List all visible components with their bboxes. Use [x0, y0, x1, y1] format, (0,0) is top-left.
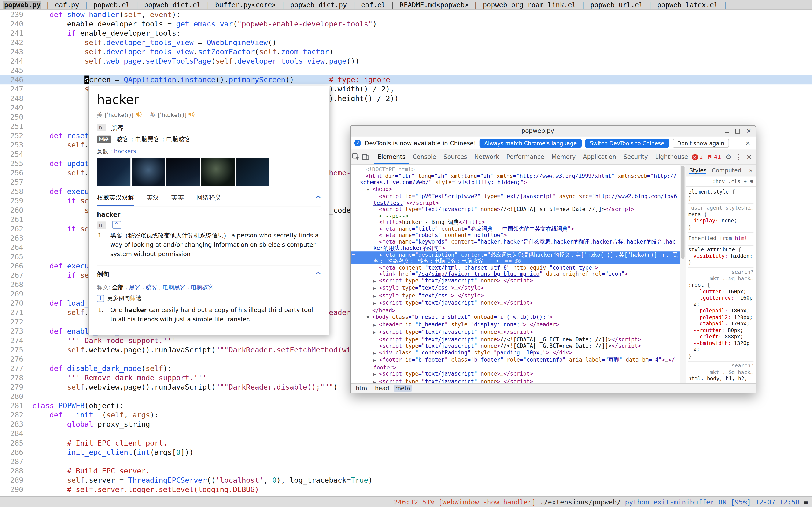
dict-tab[interactable]: 权威英汉双解: [97, 190, 134, 206]
scrollbar-thumb[interactable]: [681, 166, 684, 259]
stylesheet-origin-link[interactable]: search?mkt=..&q=hack…: [688, 363, 754, 376]
stylesheet-origin-link[interactable]: user agent styleshe…: [688, 205, 754, 212]
sense-filter-link[interactable]: 黑客: [129, 284, 140, 291]
tab-styles[interactable]: Styles: [689, 167, 707, 174]
code-line[interactable]: 287: [0, 457, 812, 466]
device-toolbar-icon[interactable]: [361, 153, 370, 161]
stylesheet-origin-link[interactable]: search?mkt=..&q=hack…: [688, 269, 754, 282]
buffer-tab[interactable]: eaf.py: [54, 1, 80, 9]
devtools-tree-node[interactable]: <title>hacker - Bing 词典</title>: [351, 219, 680, 225]
devtools-tab-sources[interactable]: Sources: [440, 150, 471, 164]
collapse-box-icon[interactable]: ^: [112, 221, 121, 229]
code-line[interactable]: 290 # self.server.logger.setLevel(loggin…: [0, 485, 812, 494]
collapse-section-icon[interactable]: ^: [315, 195, 322, 202]
devtools-tree-node[interactable]: <html dir="ltr" lang="zh" xml:lang="zh" …: [351, 173, 680, 185]
minimize-icon[interactable]: [725, 129, 729, 133]
css-property[interactable]: visibility: hidden;: [688, 253, 754, 260]
switch-to-chinese-button[interactable]: Switch DevTools to Chinese: [585, 138, 669, 148]
code-line[interactable]: 286 init_epc_client(int(args[0])): [0, 447, 812, 457]
buffer-tab[interactable]: popweb-dict.py: [289, 1, 348, 9]
devtools-tree-node[interactable]: ▶<header id="b_header" style="display: n…: [351, 321, 680, 329]
devtools-tree-node[interactable]: <!DOCTYPE html>: [351, 166, 680, 173]
code-line[interactable]: 242 self.developer_tools_view = QWebEngi…: [0, 38, 812, 47]
devtools-tab-performance[interactable]: Performance: [503, 150, 548, 164]
sense-filter-link[interactable]: 全部: [112, 284, 124, 291]
breadcrumb-html[interactable]: html: [354, 385, 371, 392]
expand-arrow-icon[interactable]: ▶: [373, 330, 379, 336]
sense-filter-link[interactable]: 电脑黑客: [163, 284, 186, 291]
expand-arrow-icon[interactable]: ▶: [373, 372, 379, 378]
buffer-tab[interactable]: popweb.el: [92, 1, 131, 9]
dict-tab[interactable]: 英汉: [147, 190, 159, 206]
css-property[interactable]: --polepadl2: 120px;: [688, 314, 754, 321]
devtools-tree-node[interactable]: <meta name="robots" content="nofollow">: [351, 232, 680, 238]
expand-arrow-icon[interactable]: ▼: [367, 186, 372, 193]
devtools-tab-console[interactable]: Console: [409, 150, 440, 164]
expand-arrow-icon[interactable]: ▶: [373, 293, 379, 299]
devtools-tree-node[interactable]: <meta name="title" content="必应词典 - 中国领先的…: [351, 225, 680, 232]
dict-image-thumbnail[interactable]: [166, 158, 200, 186]
breadcrumb-head[interactable]: head: [373, 385, 391, 392]
devtools-tree-node[interactable]: <script id="ipV6TestScriptwww2" type="te…: [351, 193, 680, 206]
devtools-tab-memory[interactable]: Memory: [548, 150, 579, 164]
devtools-tree-node[interactable]: <script type="text/javascript" nonce>//<…: [351, 206, 680, 213]
sense-filter-link[interactable]: 骇客: [146, 284, 157, 291]
expand-arrow-icon[interactable]: ▶: [373, 322, 379, 329]
collapse-section-icon[interactable]: ^: [315, 271, 322, 278]
buffer-tab[interactable]: README.md<popweb>: [399, 1, 470, 9]
styles-filter-chip[interactable]: +: [744, 178, 747, 184]
devtools-tree-node[interactable]: <link href="/sa/simg/favicon-trans-bg-bl…: [351, 271, 680, 277]
css-property[interactable]: --lgutter: 160px;: [688, 288, 754, 295]
devtools-tree-node[interactable]: ▼<body class="b_respl b_sbText" onload="…: [351, 314, 680, 321]
devtools-tree-node[interactable]: <meta content="text/html; charset=utf-8"…: [351, 264, 680, 271]
close-icon[interactable]: ×: [746, 128, 752, 134]
code-line[interactable]: 288 # Build EPC server.: [0, 466, 812, 475]
buffer-tab[interactable]: popweb-latex.el: [656, 1, 719, 9]
devtools-tab-lighthouse[interactable]: Lighthouse: [652, 150, 692, 164]
infobar-close-icon[interactable]: ×: [744, 139, 752, 147]
devtools-tree-node[interactable]: ▶<script type="text/javascript" nonce>…<…: [351, 378, 680, 383]
css-property[interactable]: display: none;: [688, 218, 754, 224]
dict-image-thumbnail[interactable]: [132, 158, 165, 186]
expand-arrow-icon[interactable]: ▶: [373, 286, 379, 292]
console-error-badge[interactable]: ×2: [692, 154, 703, 160]
devtools-close-icon[interactable]: ×: [746, 153, 752, 161]
code-line[interactable]: 244 self.web_page.setDevToolsPage(self.d…: [0, 56, 812, 66]
code-line[interactable]: 284: [0, 429, 812, 438]
dict-tab[interactable]: 网络释义: [196, 190, 221, 206]
dict-tab[interactable]: 英英: [171, 190, 184, 206]
devtools-tree-node[interactable]: ▶<script type="text/javascript" nonce>…<…: [351, 299, 680, 307]
devtools-tree-node[interactable]: ▶<div class=" contentPadding" style="pad…: [351, 349, 680, 356]
code-line[interactable]: 285 # Init EPC client port.: [0, 438, 812, 447]
grid-icon[interactable]: ⊞: [750, 178, 753, 184]
plural-word-link[interactable]: hackers: [114, 148, 136, 155]
devtools-tree-node[interactable]: ▶<script type="text/javascript" nonce>…<…: [351, 329, 680, 336]
sense-filter-link[interactable]: 电脑骇客: [191, 284, 214, 291]
code-line[interactable]: 241 if enable_developer_tools:: [0, 29, 812, 38]
code-line[interactable]: 289 self.server = ThreadingEPCServer(('l…: [0, 475, 812, 485]
maximize-icon[interactable]: [735, 129, 740, 133]
devtools-tree-node[interactable]: ▶<script type="text/javascript" nonce>…<…: [351, 277, 680, 285]
settings-gear-icon[interactable]: ⚙: [725, 153, 731, 161]
expand-arrow-icon[interactable]: ▶: [373, 350, 379, 356]
devtools-tree-node[interactable]: ▶<script type="text/javascript" nonce>…<…: [351, 370, 680, 378]
css-property[interactable]: --crleft: 888px;: [688, 334, 754, 340]
code-line[interactable]: 283 global proxy_string: [0, 419, 812, 429]
devtools-tree-node[interactable]: <script type="text/javascript" nonce>//<…: [351, 342, 680, 349]
dict-image-thumbnail[interactable]: [201, 158, 235, 186]
expand-arrow-icon[interactable]: ▶: [373, 379, 379, 383]
devtools-tree-node[interactable]: <!--pc-->: [351, 212, 680, 219]
devtools-tree-node[interactable]: <meta name="keywords" content="hacker,ha…: [351, 238, 680, 251]
overflow-chevron-icon[interactable]: »: [749, 167, 752, 174]
inspect-element-icon[interactable]: [351, 153, 361, 161]
speaker-icon[interactable]: [189, 112, 195, 118]
css-property[interactable]: --lgutterrev: -160px;: [688, 295, 754, 308]
css-property[interactable]: --polepadl: 180px;: [688, 308, 754, 314]
match-language-button[interactable]: Always match Chrome's language: [479, 138, 581, 148]
expand-arrow-icon[interactable]: ▼: [367, 315, 372, 321]
buffer-tab[interactable]: eaf.el: [360, 1, 387, 9]
devtools-tree-node[interactable]: ▶<style type="text/css">…</style>: [351, 292, 680, 299]
code-line[interactable]: 243 self.developer_tools_view.setZoomFac…: [0, 47, 812, 56]
devtools-tree-node[interactable]: </head>: [351, 307, 680, 314]
code-line[interactable]: 239 def show_handler(self, event):: [0, 10, 812, 19]
